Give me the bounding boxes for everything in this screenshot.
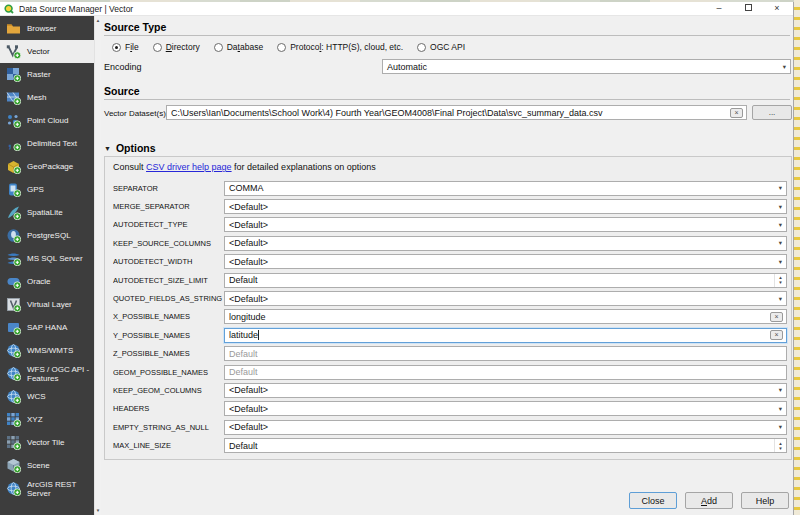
option-row-x-possible-names: X_POSSIBLE_NAMESlongitude× bbox=[113, 308, 787, 326]
radio-directory[interactable]: Directory bbox=[153, 42, 200, 52]
content-pane: Source Type FileDirectoryDatabaseProtoco… bbox=[101, 16, 793, 515]
screen: Data Source Manager | Vector – × Browser… bbox=[0, 0, 800, 515]
option-row-z-possible-names: Z_POSSIBLE_NAMESDefault bbox=[113, 345, 787, 363]
max-line-size-spinner[interactable]: Default▲▼ bbox=[224, 438, 787, 453]
globe-icon bbox=[6, 389, 21, 404]
autodetect-type-label: AUTODETECT_TYPE bbox=[113, 220, 224, 229]
close-window-button[interactable]: × bbox=[772, 2, 782, 15]
field-value: C:\Users\Ian\Documents\School Work\4) Fo… bbox=[171, 108, 603, 118]
clear-input-icon[interactable]: × bbox=[770, 312, 783, 322]
sidebar-item-raster[interactable]: Raster bbox=[0, 63, 94, 86]
field-value: longitude bbox=[229, 312, 266, 322]
y-possible-names-input[interactable]: latitude× bbox=[224, 328, 787, 343]
chevron-down-icon: ▾ bbox=[775, 386, 786, 394]
empty-string-as-null-select[interactable]: <Default>▾ bbox=[224, 420, 787, 435]
autodetect-type-select[interactable]: <Default>▾ bbox=[224, 217, 787, 232]
radio-circle-icon bbox=[214, 43, 223, 52]
field-value: COMMA bbox=[229, 183, 264, 193]
options-collapse-header[interactable]: ▼ Options bbox=[104, 142, 156, 154]
sidebar-item-mesh[interactable]: Mesh bbox=[0, 86, 94, 109]
option-row-y-possible-names: Y_POSSIBLE_NAMESlatitude× bbox=[113, 326, 787, 344]
spatialite-icon bbox=[6, 205, 21, 220]
svg-text:,: , bbox=[8, 136, 12, 150]
autodetect-size-limit-spinner[interactable]: Default▲▼ bbox=[224, 273, 787, 288]
quoted-fields-as-string-select[interactable]: <Default>▾ bbox=[224, 291, 787, 306]
sidebar-item-spatialite[interactable]: SpatiaLite bbox=[0, 201, 94, 224]
encoding-row: Encoding Automatic ▾ bbox=[104, 59, 791, 74]
content-scrollbar[interactable]: ▲ ▼ bbox=[94, 16, 101, 515]
sidebar-item-label: Virtual Layer bbox=[27, 300, 74, 309]
sidebar-item-vector[interactable]: Vector bbox=[0, 40, 94, 63]
sidebar-item-wcs[interactable]: WCS bbox=[0, 385, 94, 408]
radio-ogc-api[interactable]: OGC API bbox=[417, 42, 465, 52]
geopackage-icon bbox=[6, 159, 21, 174]
postgresql-icon bbox=[6, 228, 21, 243]
sidebar-item-label: GPS bbox=[27, 185, 46, 194]
spin-arrows[interactable]: ▲▼ bbox=[774, 274, 786, 287]
keep-geom-columns-select[interactable]: <Default>▾ bbox=[224, 383, 787, 398]
radio-file[interactable]: File bbox=[112, 42, 139, 52]
x-possible-names-input[interactable]: longitude× bbox=[224, 309, 787, 324]
spin-down-icon[interactable]: ▼ bbox=[778, 446, 782, 451]
z-possible-names-label: Z_POSSIBLE_NAMES bbox=[113, 349, 224, 358]
sidebar-item-delimited-text[interactable]: ,Delimited Text bbox=[0, 132, 94, 155]
sidebar-item-browser[interactable]: Browser bbox=[0, 17, 94, 40]
field-value: <Default> bbox=[229, 220, 268, 230]
field-value: <Default> bbox=[229, 257, 268, 267]
sidebar-item-virtual-layer[interactable]: Virtual Layer bbox=[0, 293, 94, 316]
sidebar-item-vector-tile[interactable]: Vector Tile bbox=[0, 431, 94, 454]
minimize-button[interactable]: – bbox=[714, 2, 724, 15]
csv-driver-help-link[interactable]: CSV driver help page bbox=[146, 162, 232, 172]
maximize-button[interactable] bbox=[743, 2, 753, 15]
z-possible-names-input[interactable]: Default bbox=[224, 346, 787, 361]
sidebar-item-arcgis-rest-server[interactable]: ArcGIS REST Server bbox=[0, 477, 94, 500]
sidebar-item-oracle[interactable]: Oracle bbox=[0, 270, 94, 293]
clear-input-icon[interactable]: × bbox=[730, 108, 743, 118]
keep-geom-columns-label: KEEP_GEOM_COLUMNS bbox=[113, 386, 224, 395]
spin-arrows[interactable]: ▲▼ bbox=[774, 439, 786, 452]
help-button[interactable]: Help bbox=[741, 492, 789, 509]
sidebar-item-ms-sql-server[interactable]: MS SQL Server bbox=[0, 247, 94, 270]
autodetect-width-select[interactable]: <Default>▾ bbox=[224, 254, 787, 269]
sidebar-item-point-cloud[interactable]: Point Cloud bbox=[0, 109, 94, 132]
autodetect-size-limit-label: AUTODETECT_SIZE_LIMIT bbox=[113, 276, 224, 285]
source-header: Source bbox=[104, 85, 140, 97]
spin-down-icon[interactable]: ▼ bbox=[778, 280, 782, 285]
clear-input-icon[interactable]: × bbox=[770, 330, 783, 340]
close-button[interactable]: Close bbox=[629, 492, 677, 509]
merge-separator-select[interactable]: <Default>▾ bbox=[224, 199, 787, 214]
sidebar-item-postgresql[interactable]: PostgreSQL bbox=[0, 224, 94, 247]
radio-database[interactable]: Database bbox=[214, 42, 263, 52]
globe-icon bbox=[6, 366, 21, 381]
separator-select[interactable]: COMMA▾ bbox=[224, 181, 787, 196]
sidebar-item-xyz[interactable]: XYZ bbox=[0, 408, 94, 431]
browse-button[interactable]: ... bbox=[752, 105, 792, 120]
sidebar-item-scene[interactable]: Scene bbox=[0, 454, 94, 477]
vector-dataset-row: Vector Dataset(s) C:\Users\Ian\Documents… bbox=[104, 105, 791, 120]
headers-select[interactable]: <Default>▾ bbox=[224, 401, 787, 416]
vector-dataset-input[interactable]: C:\Users\Ian\Documents\School Work\4) Fo… bbox=[166, 105, 747, 120]
sidebar-item-sap-hana[interactable]: SAP HANA bbox=[0, 316, 94, 339]
encoding-select[interactable]: Automatic ▾ bbox=[382, 59, 791, 74]
sidebar-item-label: SAP HANA bbox=[27, 323, 69, 332]
geom-possible-names-label: GEOM_POSSIBLE_NAMES bbox=[113, 368, 224, 377]
max-line-size-label: MAX_LINE_SIZE bbox=[113, 441, 224, 450]
vector-icon bbox=[6, 44, 21, 59]
field-value: latitude bbox=[229, 330, 258, 340]
cube-icon bbox=[6, 458, 21, 473]
add-button[interactable]: Add bbox=[685, 492, 733, 509]
option-row-autodetect-width: AUTODETECT_WIDTH<Default>▾ bbox=[113, 253, 787, 271]
sidebar-item-wms-wmts[interactable]: WMS/WMTS bbox=[0, 339, 94, 362]
collapse-triangle-icon: ▼ bbox=[104, 145, 111, 152]
radio-protocol-http-s-cloud-etc[interactable]: Protocol: HTTP(S), cloud, etc. bbox=[277, 42, 403, 52]
y-possible-names-label: Y_POSSIBLE_NAMES bbox=[113, 331, 224, 340]
geom-possible-names-input[interactable]: Default bbox=[224, 365, 787, 380]
sidebar-item-geopackage[interactable]: GeoPackage bbox=[0, 155, 94, 178]
maximize-icon bbox=[745, 4, 752, 11]
divider bbox=[104, 99, 790, 100]
sidebar-item-gps[interactable]: GPS bbox=[0, 178, 94, 201]
keep-source-columns-select[interactable]: <Default>▾ bbox=[224, 236, 787, 251]
sidebar-item-wfs-ogc-api-features[interactable]: WFS / OGC API - Features bbox=[0, 362, 94, 385]
sidebar-item-label: WMS/WMTS bbox=[27, 346, 75, 355]
consult-line: Consult CSV driver help page for detaile… bbox=[113, 162, 787, 179]
